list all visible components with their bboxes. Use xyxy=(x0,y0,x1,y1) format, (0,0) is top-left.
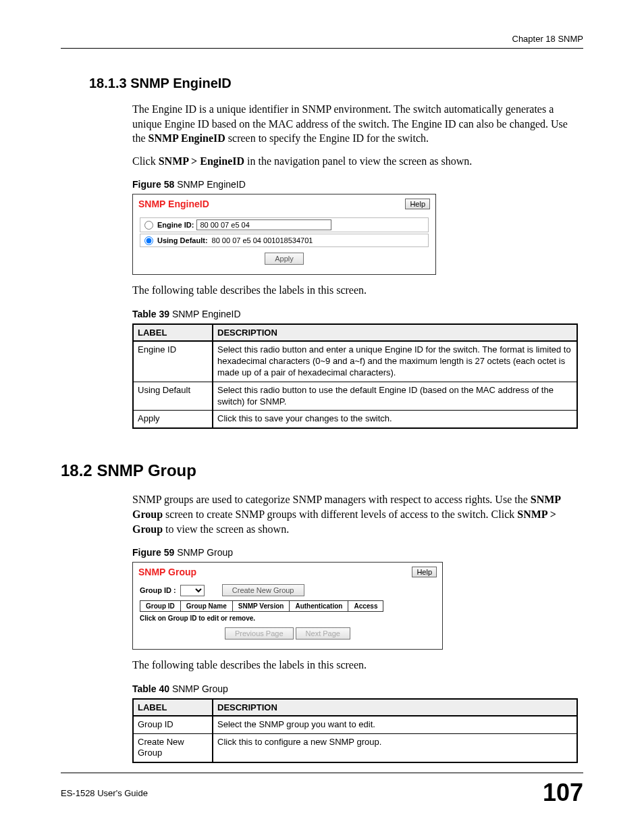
page-header-chapter: Chapter 18 SNMP xyxy=(61,34,583,49)
previous-page-button[interactable]: Previous Page xyxy=(225,627,294,640)
apply-button[interactable]: Apply xyxy=(265,253,304,265)
engine-id-label: Engine ID: xyxy=(157,221,194,229)
col-group-id: Group ID xyxy=(140,601,181,612)
figure-58-title: SNMP EngineID xyxy=(174,179,246,190)
section-heading-18-2: 18.2 SNMP Group xyxy=(61,461,583,480)
next-page-button[interactable]: Next Page xyxy=(296,627,350,640)
sec1-p1-bold: SNMP EngineID xyxy=(149,132,225,144)
col-snmp-version: SNMP Version xyxy=(232,601,290,612)
t40-r1-label: Create New Group xyxy=(133,733,213,762)
t39-r2-label: Apply xyxy=(133,411,213,428)
table-row: Apply Click this to save your changes to… xyxy=(133,411,577,428)
figure-59-caption: Figure 59 SNMP Group xyxy=(132,547,583,558)
using-default-radio[interactable] xyxy=(144,236,153,245)
help-button[interactable]: Help xyxy=(412,567,437,577)
engine-id-radio[interactable] xyxy=(144,221,153,230)
table-39-caption: Table 39 SNMP EngineID xyxy=(132,309,583,319)
table-row: Engine ID Select this radio button and e… xyxy=(133,341,577,382)
figure-59-head: Figure 59 xyxy=(132,547,174,558)
table-40-caption: Table 40 SNMP Group xyxy=(132,683,583,694)
table-39-head-desc: DESCRIPTION xyxy=(213,324,577,341)
sec2-p1-c: screen to create SNMP groups with differ… xyxy=(163,509,517,520)
table-39-head: Table 39 xyxy=(132,309,169,319)
table-39: LABEL DESCRIPTION Engine ID Select this … xyxy=(132,323,578,429)
sec2-paragraph-1: SNMP groups are used to categorize SNMP … xyxy=(132,492,583,536)
figure-58-head: Figure 58 xyxy=(132,179,174,190)
table-40-head: Table 40 xyxy=(132,683,169,694)
group-id-select[interactable] xyxy=(180,585,205,596)
sec1-p1-text-c: screen to specify the Engine ID for the … xyxy=(225,132,429,144)
snmp-engineid-screenshot: SNMP EngineID Help Engine ID: 80 00 07 e… xyxy=(132,194,436,275)
sec1-p2-text-a: Click xyxy=(132,155,159,167)
sec1-p2-bold: SNMP > EngineID xyxy=(159,155,244,167)
create-new-group-button[interactable]: Create New Group xyxy=(222,584,304,596)
col-group-name: Group Name xyxy=(180,601,232,612)
ss1-title: SNMP EngineID xyxy=(138,199,209,209)
table-row: Create New Group Click this to configure… xyxy=(133,733,577,762)
sec2-after-figure-text: The following table describes the labels… xyxy=(132,658,583,673)
t39-r1-desc: Select this radio button to use the defa… xyxy=(213,382,577,411)
sec1-paragraph-1: The Engine ID is a unique identifier in … xyxy=(132,102,583,146)
table-row: Group ID Select the SNMP group you want … xyxy=(133,716,577,733)
figure-59-title: SNMP Group xyxy=(174,547,233,558)
col-authentication: Authentication xyxy=(290,601,348,612)
t39-r0-desc: Select this radio button and enter a uni… xyxy=(213,341,577,382)
section-heading-18-1-3: 18.1.3 SNMP EngineID xyxy=(89,76,583,91)
group-table-hint: Click on Group ID to edit or remove. xyxy=(140,615,435,622)
ss2-title: SNMP Group xyxy=(138,567,196,577)
group-id-label: Group ID : xyxy=(140,586,176,594)
sec2-p1-a: SNMP groups are used to categorize SNMP … xyxy=(132,494,531,505)
table-40-head-desc: DESCRIPTION xyxy=(213,699,577,716)
using-default-label: Using Default: xyxy=(157,236,208,244)
page-number: 107 xyxy=(543,779,583,807)
t40-r0-desc: Select the SNMP group you want to edit. xyxy=(213,716,577,733)
sec1-paragraph-2: Click SNMP > EngineID in the navigation … xyxy=(132,154,583,169)
t39-r1-label: Using Default xyxy=(133,382,213,411)
table-39-head-label: LABEL xyxy=(133,324,213,341)
t40-r1-desc: Click this to configure a new SNMP group… xyxy=(213,733,577,762)
figure-58-caption: Figure 58 SNMP EngineID xyxy=(132,179,583,190)
t40-r0-label: Group ID xyxy=(133,716,213,733)
sec1-after-figure-text: The following table describes the labels… xyxy=(132,283,583,298)
sec1-p2-text-c: in the navigation panel to view the scre… xyxy=(244,155,472,167)
table-40-title: SNMP Group xyxy=(169,683,228,694)
table-40: LABEL DESCRIPTION Group ID Select the SN… xyxy=(132,698,578,764)
table-39-title: SNMP EngineID xyxy=(169,309,241,319)
t39-r2-desc: Click this to save your changes to the s… xyxy=(213,411,577,428)
table-row: Using Default Select this radio button t… xyxy=(133,382,577,411)
sec2-p1-e: to view the screen as shown. xyxy=(163,523,289,535)
group-list-table: Group ID Group Name SNMP Version Authent… xyxy=(140,600,383,612)
snmp-group-screenshot: SNMP Group Help Group ID : Create New Gr… xyxy=(132,562,443,650)
t39-r0-label: Engine ID xyxy=(133,341,213,382)
footer-guide-name: ES-1528 User's Guide xyxy=(61,788,148,798)
engine-id-input[interactable]: 80 00 07 e5 04 xyxy=(196,219,331,230)
table-40-head-label: LABEL xyxy=(133,699,213,716)
using-default-value: 80 00 07 e5 04 001018534701 xyxy=(211,236,315,245)
help-button[interactable]: Help xyxy=(405,199,430,209)
col-access: Access xyxy=(348,601,383,612)
